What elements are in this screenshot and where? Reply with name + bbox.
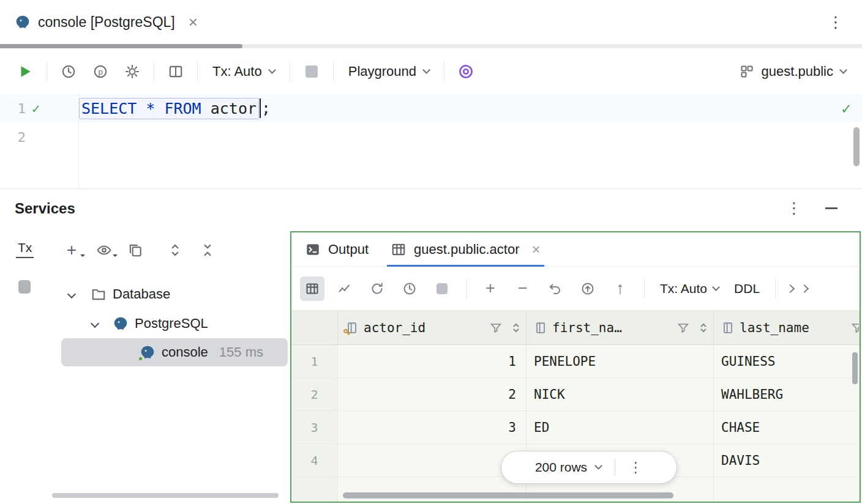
cell-last-name[interactable]: CHASE [714, 411, 860, 443]
chart-view-button[interactable] [332, 276, 357, 301]
services-tree-panel: Tx + Database [0, 228, 290, 504]
refresh-button[interactable] [365, 276, 389, 301]
kebab-icon[interactable]: ⋮ [786, 199, 802, 218]
services-panel-header: Services ⋮ [0, 188, 862, 228]
undo-button[interactable] [543, 276, 568, 301]
cell-actor-id[interactable]: 3 [338, 411, 527, 443]
schema-switcher[interactable]: guest.public [740, 64, 851, 80]
delete-row-button[interactable]: − [511, 276, 535, 301]
commit-button[interactable]: ↑ [608, 276, 632, 301]
close-icon[interactable]: × [531, 241, 540, 258]
cell-last-name[interactable]: GUINESS [714, 345, 860, 377]
collapse-all-button[interactable] [198, 241, 217, 259]
tree-item-postgresql[interactable]: PostgreSQL [0, 309, 290, 338]
sort-icon[interactable] [511, 321, 521, 335]
table-row[interactable]: 1 1 PENELOPE GUINESS [291, 345, 860, 378]
tree-hscrollbar-thumb[interactable] [52, 493, 279, 498]
inspection-ok-icon[interactable]: ✓ [841, 99, 851, 117]
tab-scrollbar-thumb[interactable] [0, 44, 242, 48]
toolbar-separator [444, 61, 444, 82]
page-size-pill: 200 rows ⋮ [501, 451, 677, 484]
tree-item-label: console [162, 344, 208, 360]
table-row[interactable]: 2 2 NICK WAHLBERG [291, 378, 860, 411]
grid-hscrollbar-thumb[interactable] [343, 492, 673, 498]
tab-console[interactable]: console [PostgreSQL] × [10, 0, 203, 44]
chevron-down-icon[interactable] [67, 290, 76, 298]
console-swirl-button[interactable] [452, 58, 480, 85]
expand-all-icon [167, 242, 183, 258]
results-tx-dropdown[interactable]: Tx: Auto [656, 281, 722, 296]
query-timing: 155 ms [219, 344, 263, 360]
column-header-first-name[interactable]: first_na… [527, 311, 714, 344]
p-badge-icon: p [92, 64, 108, 80]
chevron-down-icon[interactable] [91, 319, 99, 328]
row-number-cell[interactable]: 1 [291, 345, 338, 377]
column-header-last-name[interactable]: last_name [714, 311, 860, 344]
cell-first-name[interactable]: ED [527, 411, 714, 443]
minimize-icon[interactable] [825, 207, 838, 209]
app-window: console [PostgreSQL] × ⋮ p Tx: Auto [0, 0, 862, 504]
row-number-header[interactable] [291, 311, 338, 344]
cell-actor-id[interactable]: 2 [338, 378, 527, 410]
tab-scrollbar[interactable] [0, 44, 862, 48]
grid-view-icon [305, 281, 320, 296]
cell-actor-id[interactable]: 1 [338, 345, 527, 377]
tree-item-console-selected[interactable]: console 155 ms [61, 338, 288, 366]
sort-icon[interactable] [699, 321, 708, 335]
cell-first-name[interactable]: PENELOPE [527, 345, 714, 377]
expand-all-button[interactable] [166, 241, 184, 259]
cell-first-name[interactable]: NICK [527, 378, 714, 410]
in-editor-results-button[interactable] [162, 58, 190, 85]
view-options-button[interactable] [95, 241, 113, 259]
row-number-cell[interactable]: 3 [291, 411, 338, 443]
open-in-new-tab-button[interactable] [126, 241, 144, 259]
tx-filter-button[interactable]: Tx [16, 240, 34, 258]
chevron-right-icon[interactable] [786, 284, 795, 292]
execution-plan-button[interactable]: p [86, 58, 114, 85]
toolbar-separator [154, 61, 154, 82]
add-button[interactable]: + [62, 241, 81, 259]
tab-output[interactable]: Output [305, 232, 369, 267]
kebab-icon[interactable]: ⋮ [819, 13, 852, 32]
row-number-cell[interactable]: 2 [291, 378, 338, 410]
column-header-actor-id[interactable]: actor_id [338, 311, 527, 344]
history-button[interactable] [54, 58, 83, 85]
code-line[interactable]: SELECT * FROM actor; [79, 94, 271, 122]
tx-mode-label: Tx: Auto [660, 281, 707, 296]
editor-scrollbar-thumb[interactable] [853, 127, 860, 166]
chevron-right-icon[interactable] [800, 284, 809, 292]
grid-vscrollbar-thumb[interactable] [852, 352, 858, 384]
add-row-button[interactable]: + [478, 276, 503, 301]
filter-icon[interactable] [850, 321, 860, 335]
table-row[interactable]: 3 3 ED CHASE [291, 411, 860, 444]
cell-last-name[interactable]: DAVIS [714, 444, 860, 476]
stop-button[interactable] [298, 58, 326, 85]
grid-view-button[interactable] [300, 276, 324, 301]
check-icon: ✓ [32, 101, 40, 116]
tab-label: guest.public.actor [414, 242, 519, 258]
query-history-button[interactable] [397, 276, 422, 301]
sql-editor[interactable]: 1 ✓ 2 SELECT * FROM actor; ✓ [0, 94, 862, 188]
settings-gear-button[interactable] [118, 58, 146, 85]
filter-icon[interactable] [489, 321, 503, 335]
tx-mode-dropdown[interactable]: Tx: Auto [205, 64, 282, 80]
kebab-icon[interactable]: ⋮ [629, 459, 643, 476]
stop-button[interactable] [430, 276, 454, 301]
row-number-cell[interactable]: 4 [291, 444, 338, 476]
cell-last-name[interactable]: WAHLBERG [714, 378, 860, 410]
run-icon [17, 64, 33, 80]
close-icon[interactable]: × [189, 13, 198, 32]
playground-dropdown[interactable]: Playground [341, 64, 437, 80]
tree-item-database[interactable]: Database [0, 280, 290, 308]
tab-grid-actor[interactable]: guest.public.actor × [391, 232, 540, 267]
cell-actor-id[interactable] [338, 444, 527, 476]
submit-button[interactable] [575, 276, 600, 301]
editor-results-icon [168, 64, 184, 80]
cell-last-name [714, 477, 860, 502]
page-size-label[interactable]: 200 rows [535, 460, 587, 475]
filter-icon[interactable] [676, 321, 690, 335]
ddl-button[interactable]: DDL [730, 281, 763, 296]
run-button[interactable] [11, 58, 39, 85]
folder-icon [91, 286, 107, 302]
chevron-down-icon[interactable] [594, 462, 602, 470]
